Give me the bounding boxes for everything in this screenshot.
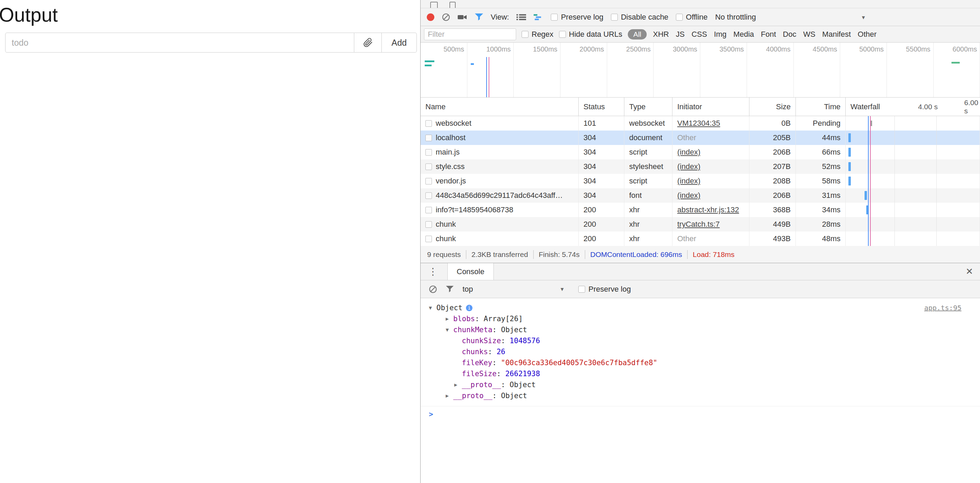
add-button[interactable]: Add [382,33,417,52]
request-time: 31ms [822,191,840,200]
view-label: View: [491,13,509,22]
chevron-down-icon[interactable]: ▼ [861,14,866,20]
request-row[interactable]: chunk 200 xhr tryCatch.ts:7 449B 28ms [421,217,980,232]
filter-type-manifest[interactable]: Manifest [822,30,851,39]
inspect-element-icon[interactable] [430,2,438,8]
request-name: localhost [436,133,466,142]
collapse-arrow-icon[interactable]: ▼ [429,302,436,313]
disable-cache-checkbox[interactable] [611,14,618,21]
filter-type-img[interactable]: Img [713,30,727,39]
console-object-label[interactable]: Object [436,303,463,312]
property-value: "00c963ca336ed40057c30e6c7fba5dffe8" [501,359,657,367]
preserve-log-label[interactable]: Preserve log [561,13,603,22]
request-time: Pending [813,119,840,128]
property-value: 26621938 [505,370,540,378]
timeline-tick-label: 2000ms [560,45,607,53]
filter-type-doc[interactable]: Doc [782,30,797,39]
request-row[interactable]: main.js 304 script (index) 206B 66ms [421,145,980,159]
clear-console-icon[interactable] [429,285,437,293]
request-row[interactable]: 448c34a56d699c29117adc64c43aff… 304 font… [421,188,980,203]
column-header-size[interactable]: Size [749,98,796,116]
filter-type-media[interactable]: Media [733,30,754,39]
property-name: __proto__ [462,381,509,389]
filter-type-js[interactable]: JS [675,30,686,39]
hide-data-urls-label[interactable]: Hide data URLs [569,30,622,39]
regex-label[interactable]: Regex [531,30,554,39]
regex-checkbox[interactable] [522,31,528,38]
expand-arrow-icon[interactable]: ▶ [454,379,462,390]
request-name: info?t=1485954068738 [436,205,513,214]
offline-checkbox[interactable] [676,14,683,21]
console-preserve-log-label[interactable]: Preserve log [588,285,631,294]
timeline-segment: 1500ms [514,43,560,97]
console-filter-icon[interactable] [446,286,453,293]
request-name: chunk [436,220,456,229]
record-button[interactable] [427,13,434,21]
execution-context-select[interactable]: top [463,285,473,294]
timeline-segment: 5000ms [840,43,887,97]
initiator-link[interactable]: tryCatch.ts:7 [677,220,719,229]
overview-view-icon[interactable] [534,13,543,21]
hide-data-urls-checkbox[interactable] [559,31,566,38]
timeline-overview[interactable]: 500ms 1000ms 1500ms 2000ms 2500ms 3000ms… [421,43,980,98]
expand-arrow-icon[interactable]: ▶ [445,313,453,324]
console-prompt-row[interactable]: > [421,406,980,419]
initiator-link[interactable]: VM12304:35 [677,119,720,128]
console-drawer-tabbar: ⋮ Console ✕ [421,263,980,280]
timeline-tick-label: 3000ms [654,45,700,53]
request-row[interactable]: info?t=1485954068738 200 xhr abstract-xh… [421,203,980,217]
initiator-link[interactable]: (index) [677,191,700,200]
column-header-time[interactable]: Time [796,98,846,116]
resource-icon [425,236,432,242]
request-row[interactable]: style.css 304 stylesheet (index) 207B 52… [421,159,980,174]
initiator-link[interactable]: (index) [677,162,700,171]
initiator-link[interactable]: abstract-xhr.js:132 [677,205,739,214]
clear-icon[interactable] [442,13,450,21]
initiator-link[interactable]: (index) [677,148,700,157]
column-header-type[interactable]: Type [624,98,673,116]
throttling-select[interactable]: No throttling [715,13,756,22]
close-icon[interactable]: ✕ [966,266,973,277]
filter-type-xhr[interactable]: XHR [652,30,669,39]
offline-label[interactable]: Offline [686,13,708,22]
console-toolbar: top ▼ Preserve log [421,280,980,298]
filter-icon[interactable] [475,13,483,21]
tab-console[interactable]: Console [447,263,494,280]
filter-type-all[interactable]: All [628,29,647,40]
column-header-initiator[interactable]: Initiator [673,98,749,116]
column-header-status[interactable]: Status [579,98,624,116]
hide-data-urls-group: Hide data URLs [559,30,622,39]
collapse-arrow-icon[interactable]: ▼ [445,324,453,335]
preserve-log-checkbox[interactable] [551,14,558,21]
column-header-name[interactable]: Name [421,98,579,116]
filter-type-ws[interactable]: WS [802,30,816,39]
todo-input[interactable] [5,33,354,52]
overflow-menu-icon[interactable]: ⋮ [421,266,443,277]
expand-arrow-icon[interactable]: ▶ [445,390,453,401]
column-header-waterfall[interactable]: Waterfall 4.00 s 6.00 s [846,98,980,116]
filter-type-other[interactable]: Other [857,30,877,39]
request-row[interactable]: localhost 304 document Other 205B 44ms [421,130,980,145]
chevron-down-icon[interactable]: ▼ [560,286,565,292]
screenshot-camera-icon[interactable] [458,13,467,21]
request-row[interactable]: websocket 101 websocket VM12304:35 0B Pe… [421,116,980,130]
timeline-tick-label: 1000ms [467,45,514,53]
overview-load-line [488,57,489,98]
network-table-header: Name Status Type Initiator Size Time Wat… [421,98,980,116]
console-source-link[interactable]: app.ts:95 [924,302,961,313]
request-row[interactable]: vendor.js 304 script (index) 208B 58ms [421,174,980,188]
initiator-link[interactable]: (index) [677,176,700,186]
attach-button[interactable] [354,33,382,52]
request-row[interactable]: chunk 200 xhr Other 493B 48ms [421,232,980,246]
request-size: 0B [781,119,791,128]
list-view-icon[interactable] [517,13,526,21]
console-prompt[interactable]: > [429,410,433,418]
resource-icon [425,164,432,170]
filter-type-font[interactable]: Font [760,30,776,39]
device-toolbar-icon[interactable] [449,2,456,8]
filter-type-css[interactable]: CSS [690,30,708,39]
console-preserve-log-checkbox[interactable] [578,286,585,293]
disable-cache-label[interactable]: Disable cache [621,13,668,22]
filter-input[interactable] [424,29,516,40]
resource-icon [425,221,432,228]
